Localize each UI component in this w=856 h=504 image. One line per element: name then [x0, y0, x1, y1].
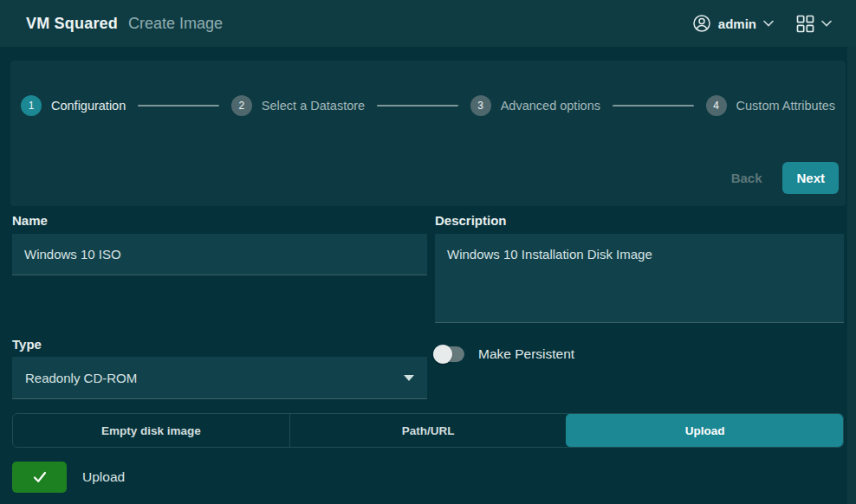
toggle-knob: [433, 345, 452, 364]
type-label: Type: [12, 337, 42, 352]
name-label: Name: [12, 213, 48, 228]
step-number-badge: 2: [231, 95, 252, 116]
page-title: Create Image: [128, 15, 223, 33]
step-number-badge: 3: [470, 95, 491, 116]
tab-empty-disk-image[interactable]: Empty disk image: [13, 414, 289, 447]
user-menu[interactable]: admin: [692, 14, 774, 33]
check-icon: [31, 469, 49, 485]
type-select[interactable]: Readonly CD-ROM: [12, 357, 427, 399]
step-configuration[interactable]: 1 Configuration: [21, 95, 126, 116]
tab-path-url[interactable]: Path/URL: [289, 414, 567, 447]
user-name: admin: [718, 16, 756, 31]
caret-down-icon: [404, 375, 414, 381]
step-label: Advanced options: [501, 99, 600, 113]
type-select-value: Readonly CD-ROM: [25, 371, 137, 385]
step-advanced-options[interactable]: 3 Advanced options: [470, 95, 600, 116]
wizard-stepper: 1 Configuration 2 Select a Datastore 3 A…: [21, 95, 835, 116]
chevron-down-icon: [763, 20, 774, 27]
step-select-datastore[interactable]: 2 Select a Datastore: [231, 95, 365, 116]
step-number-badge: 4: [706, 95, 727, 116]
scrollbar[interactable]: [847, 47, 856, 504]
step-custom-attributes[interactable]: 4 Custom Attributes: [706, 95, 835, 116]
wizard-panel: 1 Configuration 2 Select a Datastore 3 A…: [10, 61, 846, 206]
description-input[interactable]: Windows 10 Installation Disk Image: [435, 234, 844, 323]
step-label: Custom Attributes: [736, 99, 835, 113]
upload-button[interactable]: [12, 462, 67, 493]
step-number-badge: 1: [21, 95, 42, 116]
next-button[interactable]: Next: [782, 162, 839, 194]
name-input[interactable]: [12, 234, 427, 275]
back-button[interactable]: Back: [728, 165, 766, 191]
tab-upload[interactable]: Upload: [566, 414, 843, 447]
brand-title: VM Squared: [26, 15, 118, 33]
user-icon: [692, 14, 711, 33]
step-connector: [613, 105, 694, 107]
make-persistent-toggle[interactable]: [435, 346, 464, 362]
step-label: Configuration: [51, 99, 126, 113]
breadcrumb: VM Squared Create Image: [26, 15, 223, 33]
grid-icon: [796, 15, 814, 33]
step-connector: [377, 105, 458, 107]
upload-label: Upload: [82, 469, 125, 485]
apps-menu[interactable]: [796, 15, 832, 33]
chevron-down-icon: [821, 20, 832, 27]
source-tabs: Empty disk image Path/URL Upload: [12, 413, 844, 448]
app-header: VM Squared Create Image admin: [0, 0, 856, 47]
make-persistent-label: Make Persistent: [478, 346, 574, 362]
step-connector: [138, 105, 219, 107]
description-label: Description: [435, 213, 507, 228]
step-label: Select a Datastore: [262, 99, 365, 113]
